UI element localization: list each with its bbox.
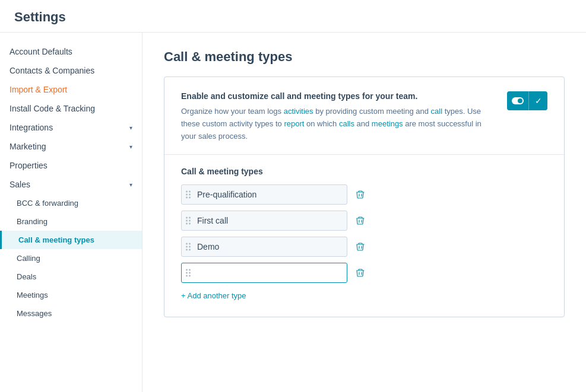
sidebar-item-label: Integrations [9,123,53,132]
type-row [181,184,547,205]
main-content: Call & meeting types Enable and customiz… [142,33,586,392]
card-top: Enable and customize call and meeting ty… [164,77,564,155]
drag-handle-icon [186,217,191,225]
sidebar-item-label: Sales [9,180,30,189]
type-input-prequalification[interactable] [181,184,347,205]
sidebar-item-label: Call & meeting types [18,235,94,244]
card-bold-title: Enable and customize call and meeting ty… [181,91,483,101]
sidebar-item-label: Deals [17,272,36,281]
type-input-firstcall[interactable] [181,211,347,231]
trash-icon [356,268,365,278]
call-link[interactable]: call [431,107,443,116]
section-label: Call & meeting types [181,167,547,176]
sidebar-item-label: Contacts & Companies [9,66,94,75]
chevron-down-icon: ▾ [129,144,132,150]
settings-card: Enable and customize call and meeting ty… [164,77,565,317]
drag-handle-icon [186,191,191,199]
trash-icon [356,216,365,225]
type-row [181,237,547,257]
report-link[interactable]: report [284,119,304,128]
drag-handle-icon [186,269,191,277]
sidebar-item-label: Meetings [17,291,48,299]
type-input-wrap [181,184,347,205]
sidebar-item-account-defaults[interactable]: Account Defaults [0,42,142,61]
type-input-wrap [181,211,347,231]
settings-header: Settings [0,0,586,33]
sidebar-item-marketing[interactable]: Marketing ▾ [0,137,142,156]
card-bottom: Call & meeting types [164,155,564,317]
toggle-check-button[interactable]: ✓ [528,91,547,110]
delete-type-button[interactable] [353,240,368,254]
sidebar-item-import-export[interactable]: Import & Export [0,80,142,99]
calls-link[interactable]: calls [339,119,354,128]
sidebar-item-sales[interactable]: Sales ▾ [0,175,142,194]
chevron-down-icon: ▾ [129,125,132,131]
page-wrapper: Settings Account Defaults Contacts & Com… [0,0,586,392]
activities-link[interactable]: activities [284,107,313,116]
sidebar-item-branding[interactable]: Branding [0,212,142,231]
type-input-new[interactable] [181,263,347,283]
card-description-text: Organize how your team logs activities b… [181,106,483,142]
sidebar-item-label: Branding [17,217,47,226]
delete-type-button[interactable] [353,187,368,202]
sidebar-item-properties[interactable]: Properties [0,156,142,175]
trash-icon [356,242,365,251]
sidebar-item-calling[interactable]: Calling [0,249,142,267]
type-row [181,211,547,231]
sidebar-item-contacts-companies[interactable]: Contacts & Companies [0,61,142,80]
toggle-wrap: ✓ [507,91,547,110]
type-row [181,263,547,283]
sidebar-item-messages[interactable]: Messages [0,304,142,323]
type-input-wrap [181,237,347,257]
sidebar-item-deals[interactable]: Deals [0,267,142,286]
sidebar-item-label: BCC & forwarding [17,199,78,208]
type-input-demo[interactable] [181,237,347,257]
trash-icon [356,190,365,199]
add-type-button[interactable]: + Add another type [181,289,246,302]
toggle-button[interactable] [507,91,528,110]
toggle-inner [512,97,524,104]
sidebar-item-label: Account Defaults [9,47,72,56]
sidebar-item-label: Properties [9,161,47,170]
chevron-down-icon: ▾ [129,181,132,188]
sidebar-item-label: Install Code & Tracking [9,104,95,113]
card-description: Enable and customize call and meeting ty… [181,91,507,142]
sidebar-item-call-meeting-types[interactable]: Call & meeting types [0,231,142,249]
sidebar-item-meetings[interactable]: Meetings [0,286,142,304]
sidebar-item-integrations[interactable]: Integrations ▾ [0,118,142,137]
sidebar-item-bcc-forwarding[interactable]: BCC & forwarding [0,194,142,212]
meetings-link[interactable]: meetings [372,119,403,128]
type-input-wrap [181,263,347,283]
delete-type-button[interactable] [353,213,368,228]
page-title: Call & meeting types [164,49,565,65]
sidebar-item-label: Messages [17,309,52,318]
sidebar-item-label: Calling [17,254,40,263]
sidebar-item-label: Import & Export [9,85,67,94]
checkmark-icon: ✓ [535,96,542,106]
sidebar-item-label: Marketing [9,142,46,151]
drag-handle-icon [186,243,191,251]
page-heading: Settings [14,9,572,25]
body: Account Defaults Contacts & Companies Im… [0,33,586,392]
sidebar: Account Defaults Contacts & Companies Im… [0,33,142,392]
delete-type-button[interactable] [353,266,368,280]
sidebar-item-install-code[interactable]: Install Code & Tracking [0,99,142,118]
